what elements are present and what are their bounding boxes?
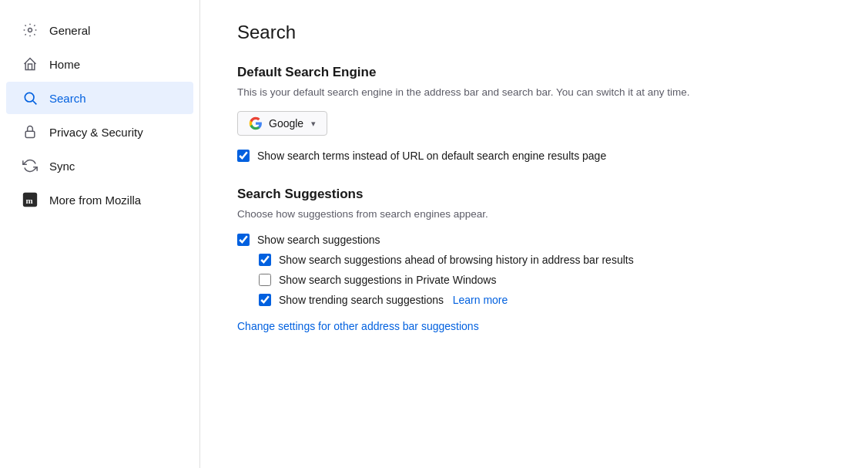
sidebar-item-search[interactable]: Search	[6, 82, 193, 114]
sidebar-item-privacy-security[interactable]: Privacy & Security	[6, 116, 193, 148]
sidebar-item-search-label: Search	[49, 92, 86, 105]
svg-point-1	[25, 93, 34, 102]
sidebar-item-sync[interactable]: Sync	[6, 150, 193, 182]
search-suggestions-section: Search Suggestions Choose how suggestion…	[237, 187, 831, 332]
svg-point-0	[28, 29, 32, 32]
show-suggestions-ahead-row: Show search suggestions ahead of browsin…	[259, 254, 831, 266]
sidebar-item-home-label: Home	[49, 58, 80, 71]
svg-line-2	[33, 101, 37, 105]
show-private-suggestions-label: Show search suggestions in Private Windo…	[279, 274, 496, 286]
default-search-engine-title: Default Search Engine	[237, 65, 831, 80]
show-private-suggestions-checkbox[interactable]	[259, 274, 271, 286]
default-search-engine-section: Default Search Engine This is your defau…	[237, 65, 831, 162]
search-suggestions-description: Choose how suggestions from search engin…	[237, 207, 831, 222]
show-private-suggestions-row: Show search suggestions in Private Windo…	[259, 274, 831, 286]
sync-icon	[22, 157, 39, 174]
home-icon	[22, 56, 39, 72]
svg-text:m: m	[26, 196, 33, 205]
sidebar-item-home[interactable]: Home	[6, 48, 193, 80]
show-suggestions-ahead-checkbox[interactable]	[259, 254, 271, 266]
sidebar-item-privacy-label: Privacy & Security	[49, 126, 143, 139]
search-engine-selector[interactable]: Google ▾	[237, 111, 327, 136]
lock-icon	[22, 123, 39, 140]
mozilla-icon: m	[22, 191, 39, 208]
gear-icon	[22, 22, 39, 39]
show-trending-label: Show trending search suggestions Learn m…	[279, 294, 508, 306]
page-title: Search	[237, 22, 831, 43]
sidebar-item-sync-label: Sync	[49, 160, 75, 173]
chevron-down-icon: ▾	[311, 119, 316, 129]
show-suggestions-row: Show search suggestions	[237, 234, 831, 246]
sidebar-item-general[interactable]: General	[6, 14, 193, 46]
default-search-engine-description: This is your default search engine in th…	[237, 85, 831, 100]
google-logo	[249, 116, 263, 130]
learn-more-link[interactable]: Learn more	[453, 294, 508, 306]
show-search-terms-label: Show search terms instead of URL on defa…	[257, 150, 606, 162]
show-trending-checkbox[interactable]	[259, 294, 271, 306]
show-search-terms-row: Show search terms instead of URL on defa…	[237, 150, 831, 162]
show-suggestions-checkbox[interactable]	[237, 234, 250, 246]
svg-rect-3	[25, 131, 35, 137]
show-trending-row: Show trending search suggestions Learn m…	[259, 294, 831, 306]
search-icon	[22, 89, 39, 106]
sidebar-item-general-label: General	[49, 24, 90, 37]
show-search-terms-checkbox[interactable]	[237, 150, 250, 162]
search-suggestions-title: Search Suggestions	[237, 187, 831, 202]
sidebar-item-mozilla[interactable]: m More from Mozilla	[6, 183, 193, 216]
show-suggestions-label: Show search suggestions	[257, 234, 380, 246]
sidebar: General Home Search Pri	[0, 0, 200, 468]
main-content: Search Default Search Engine This is you…	[200, 0, 868, 468]
change-settings-link[interactable]: Change settings for other address bar su…	[237, 320, 479, 332]
sidebar-item-mozilla-label: More from Mozilla	[49, 194, 141, 207]
search-engine-label: Google	[269, 117, 303, 130]
show-suggestions-ahead-label: Show search suggestions ahead of browsin…	[279, 254, 634, 266]
